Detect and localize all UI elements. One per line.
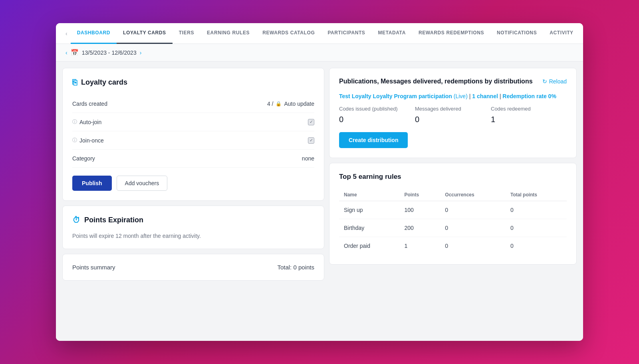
stats-row: Codes issued (published) 0 Messages deli… [339, 106, 567, 124]
stat-messages-delivered-value: 0 [415, 115, 491, 124]
earning-rules-table: Name Points Occurrences Total points Sig… [339, 189, 567, 255]
points-summary-label: Points summary [72, 264, 115, 271]
category-label: Category [72, 155, 95, 162]
stat-messages-delivered: Messages delivered 0 [415, 106, 491, 124]
points-expiration-heading: Points Expiration [84, 216, 143, 224]
nav-bar: ‹ DASHBOARD LOYALTY CARDS TIERS EARNING … [56, 23, 583, 44]
right-panel: Publications, Messages delivered, redemp… [329, 68, 577, 334]
tab-rewards-redemptions[interactable]: REWARDS REDEMPTIONS [412, 23, 490, 44]
stat-codes-redeemed: Codes redeemed 1 [491, 106, 567, 124]
row-1-total-points: 0 [506, 219, 567, 237]
row-0-name: Sign up [339, 201, 399, 219]
earning-rules-title: Top 5 earning rules [339, 173, 567, 181]
stat-codes-redeemed-value: 1 [491, 115, 567, 124]
row-2-total-points: 0 [506, 237, 567, 255]
program-name[interactable]: Test Loyalty Loyalty Program participati… [339, 93, 452, 99]
tab-tiers[interactable]: TIERS [173, 23, 200, 44]
row-0-points: 100 [399, 201, 440, 219]
row-2-points: 1 [399, 237, 440, 255]
program-status-text: (Live) [454, 93, 468, 99]
program-channel[interactable]: 1 channel [472, 93, 498, 99]
clock-icon: ⏱ [72, 216, 80, 225]
row-2-occurrences: 0 [440, 237, 506, 255]
points-expiration-title: ⏱ Points Expiration [72, 216, 314, 225]
loyalty-cards-title: ⎘ Loyalty cards [72, 78, 314, 87]
left-panel: ⎘ Loyalty cards Cards created 4 / 🔒 Auto… [62, 68, 324, 334]
stat-codes-redeemed-label: Codes redeemed [491, 106, 567, 112]
stat-codes-issued-label: Codes issued (published) [339, 106, 415, 112]
table-row: Birthday 200 0 0 [339, 219, 567, 237]
date-prev-arrow[interactable]: ‹ [65, 49, 67, 56]
tab-rewards-catalog[interactable]: REWARDS CATALOG [256, 23, 321, 44]
row-0-occurrences: 0 [440, 201, 506, 219]
cards-created-label: Cards created [72, 101, 107, 107]
table-header-row: Name Points Occurrences Total points [339, 189, 567, 201]
stat-codes-issued-value: 0 [339, 115, 415, 124]
join-once-label: ⓘ Join-once [72, 137, 104, 144]
stat-codes-issued: Codes issued (published) 0 [339, 106, 415, 124]
main-content: ⎘ Loyalty cards Cards created 4 / 🔒 Auto… [56, 61, 583, 341]
date-next-arrow[interactable]: › [140, 49, 142, 56]
col-name: Name [339, 189, 399, 201]
row-0-total-points: 0 [506, 201, 567, 219]
tab-metadata[interactable]: METADATA [371, 23, 412, 44]
join-once-help-icon: ⓘ [72, 137, 77, 144]
points-summary-row: Points summary Total: 0 points [72, 264, 314, 271]
category-value: none [302, 155, 314, 162]
auto-join-checkbox[interactable] [308, 119, 314, 125]
redemption-rate: Redemption rate 0% [502, 93, 556, 99]
tab-earning-rules[interactable]: EARNING RULES [200, 23, 256, 44]
expiration-description: Points will expire 12 month after the ea… [72, 233, 314, 239]
reload-button[interactable]: ↻ Reload [542, 78, 567, 85]
tab-dashboard[interactable]: DASHBOARD [71, 23, 117, 44]
loyalty-cards-icon: ⎘ [72, 78, 77, 87]
main-window: ‹ DASHBOARD LOYALTY CARDS TIERS EARNING … [56, 23, 583, 341]
row-1-name: Birthday [339, 219, 399, 237]
row-1-points: 200 [399, 219, 440, 237]
earning-rules-card: Top 5 earning rules Name Points Occurren… [329, 163, 577, 265]
loyalty-cards-buttons: Publish Add vouchers [72, 176, 314, 191]
row-1-occurrences: 0 [440, 219, 506, 237]
distributions-header: Publications, Messages delivered, redemp… [339, 78, 567, 85]
stat-messages-delivered-label: Messages delivered [415, 106, 491, 112]
distributions-title: Publications, Messages delivered, redemp… [339, 78, 533, 85]
tab-loyalty-cards[interactable]: LOYALTY CARDS [117, 23, 173, 44]
table-row: Sign up 100 0 0 [339, 201, 567, 219]
tab-po[interactable]: PO [580, 23, 583, 44]
loyalty-cards-card: ⎘ Loyalty cards Cards created 4 / 🔒 Auto… [62, 68, 324, 201]
category-row: Category none [72, 150, 314, 168]
lock-icon: 🔒 [276, 101, 282, 107]
points-summary-card: Points summary Total: 0 points [62, 254, 324, 281]
auto-join-help-icon: ⓘ [72, 119, 77, 125]
col-occurrences: Occurrences [440, 189, 506, 201]
join-once-checkbox[interactable] [308, 137, 314, 144]
auto-join-row: ⓘ Auto-join [72, 113, 314, 131]
distributions-card: Publications, Messages delivered, redemp… [329, 68, 577, 158]
cards-created-value: 4 / 🔒 Auto update [267, 101, 314, 107]
points-expiration-card: ⏱ Points Expiration Points will expire 1… [62, 206, 324, 249]
points-summary-value: Total: 0 points [277, 264, 314, 271]
tab-notifications[interactable]: NOTIFICATIONS [490, 23, 543, 44]
auto-join-label: ⓘ Auto-join [72, 119, 101, 125]
table-row: Order paid 1 0 0 [339, 237, 567, 255]
tab-activity[interactable]: ACTIVITY [543, 23, 579, 44]
col-points: Points [399, 189, 440, 201]
calendar-icon: 📅 [71, 49, 79, 56]
row-2-name: Order paid [339, 237, 399, 255]
col-total-points: Total points [506, 189, 567, 201]
publish-button[interactable]: Publish [72, 176, 112, 191]
create-distribution-button[interactable]: Create distribution [339, 132, 408, 148]
add-vouchers-button[interactable]: Add vouchers [117, 176, 168, 191]
date-bar: ‹ 📅 13/5/2023 - 12/6/2023 › [56, 44, 583, 61]
reload-icon: ↻ [542, 78, 547, 85]
loyalty-cards-heading: Loyalty cards [81, 78, 127, 87]
date-range-text: 13/5/2023 - 12/6/2023 [82, 49, 137, 56]
nav-left-arrow[interactable]: ‹ [62, 30, 71, 37]
join-once-row: ⓘ Join-once [72, 131, 314, 150]
program-meta: Test Loyalty Loyalty Program participati… [339, 93, 567, 99]
cards-created-row: Cards created 4 / 🔒 Auto update [72, 95, 314, 113]
reload-label: Reload [549, 78, 567, 85]
tab-participants[interactable]: PARTICIPANTS [321, 23, 371, 44]
